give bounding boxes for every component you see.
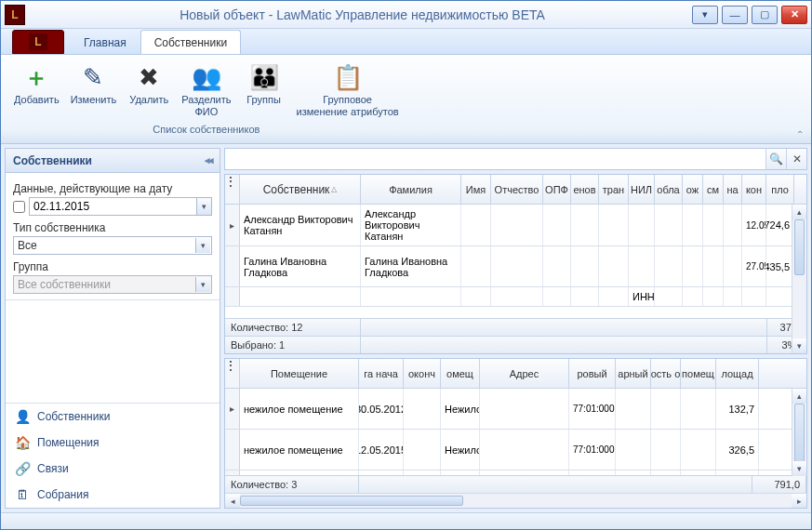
owners-grid[interactable]: ⋮ Собственник△ Фамилия Имя Отчество ОПФ … xyxy=(224,174,807,354)
selected-label: Выбрано: 1 xyxy=(225,337,361,353)
link-icon: 🔗 xyxy=(15,461,30,476)
date-enable-checkbox[interactable] xyxy=(13,201,25,213)
col-14[interactable]: пло xyxy=(766,175,794,204)
tab-owners[interactable]: Собственники xyxy=(140,30,241,54)
status-bar xyxy=(1,512,811,529)
bulk-edit-button[interactable]: 📋Групповое изменение атрибутов xyxy=(291,60,405,120)
group-label: Группа xyxy=(13,260,212,273)
table-row[interactable]: Галина Ивановна Гладкова Галина Ивановна… xyxy=(225,246,806,287)
col-8[interactable]: ость о xyxy=(651,359,681,388)
split-icon: 👥 xyxy=(192,62,221,92)
col-date-end[interactable]: оконч xyxy=(404,359,441,388)
col-premise[interactable]: Помещение xyxy=(240,359,359,388)
vertical-scrollbar[interactable]: ▴▾ xyxy=(792,389,806,476)
col-9[interactable]: помещ xyxy=(681,359,716,388)
col-cadastral[interactable]: ровый xyxy=(569,359,616,388)
col-type[interactable]: омещ xyxy=(441,359,480,388)
pencil-icon: ✎ xyxy=(78,62,108,92)
count-label: Количество: 12 xyxy=(225,319,361,336)
owner-type-label: Тип собственника xyxy=(13,221,212,234)
table-row[interactable]: ИНН xyxy=(225,287,806,307)
left-panel-title: Собственники xyxy=(13,154,92,167)
ribbon-collapse-button[interactable]: ⌃ xyxy=(796,129,804,139)
col-firstname[interactable]: Имя xyxy=(461,175,491,204)
maximize-button[interactable]: ▢ xyxy=(752,6,778,24)
vertical-scrollbar[interactable]: ▴▾ xyxy=(792,205,806,353)
ribbon-tabs: L Главная Собственники xyxy=(1,29,811,55)
col-area[interactable]: лощад xyxy=(716,359,759,388)
nav-list: 👤Собственники 🏠Помещения 🔗Связи 🗓Собрани… xyxy=(6,403,220,508)
premises-grid[interactable]: ⋮ Помещение га нача оконч омещ Адрес ров… xyxy=(224,358,807,509)
add-button[interactable]: ＋Добавить xyxy=(8,60,65,120)
nav-meetings[interactable]: 🗓Собрания xyxy=(6,482,220,508)
total-label: 791,0 xyxy=(752,476,806,493)
nav-owners[interactable]: 👤Собственники xyxy=(6,404,220,430)
search-bar: 🔍 ✕ xyxy=(224,148,807,170)
search-input[interactable] xyxy=(225,149,765,169)
col-12[interactable]: на xyxy=(724,175,742,204)
search-button[interactable]: 🔍 xyxy=(765,149,786,169)
table-row[interactable]: нежилое помещение 12.05.2015 Нежилое 77:… xyxy=(225,430,806,470)
meeting-icon: 🗓 xyxy=(15,487,30,502)
ribbon: ＋Добавить ✎Изменить ✖Удалить 👥Разделить … xyxy=(1,55,811,144)
date-input[interactable] xyxy=(29,197,212,216)
col-7[interactable]: арный xyxy=(616,359,651,388)
owner-type-combo[interactable]: Все▾ xyxy=(13,236,212,255)
chevron-down-icon: ▾ xyxy=(195,238,210,253)
close-icon: ✕ xyxy=(792,152,802,166)
row-selector-header[interactable]: ⋮ xyxy=(225,359,240,388)
delete-icon: ✖ xyxy=(134,62,164,92)
table-row[interactable]: ▸ Александр Викторович Катанян Александр… xyxy=(225,205,806,246)
col-opf[interactable]: ОПФ xyxy=(543,175,571,204)
app-menu-button[interactable]: L xyxy=(12,30,64,54)
nav-links[interactable]: 🔗Связи xyxy=(6,456,220,482)
col-lastname[interactable]: Фамилия xyxy=(361,175,461,204)
col-owner[interactable]: Собственник△ xyxy=(240,175,361,204)
horizontal-scrollbar[interactable]: ◂▸ xyxy=(225,493,806,508)
col-patronymic[interactable]: Отчество xyxy=(491,175,543,204)
window-title: Новый объект - LawMatic Управление недви… xyxy=(33,7,692,22)
left-panel-collapse-button[interactable]: ◂◂ xyxy=(205,154,212,166)
clear-search-button[interactable]: ✕ xyxy=(786,149,806,169)
delete-button[interactable]: ✖Удалить xyxy=(122,60,176,120)
groups-icon: 👪 xyxy=(249,62,279,92)
row-indicator-icon: ▸ xyxy=(225,205,240,245)
split-fio-button[interactable]: 👥Разделить ФИО xyxy=(176,60,236,120)
dropdown-window-button[interactable]: ▾ xyxy=(692,6,718,24)
tab-main[interactable]: Главная xyxy=(70,30,140,54)
group-combo[interactable]: Все собственники▾ xyxy=(13,275,212,294)
grid-footer: Количество: 3 791,0 xyxy=(225,475,806,493)
app-window: L Новый объект - LawMatic Управление нед… xyxy=(0,0,812,530)
col-8[interactable]: НИЛ xyxy=(629,175,655,204)
row-indicator-icon: ▸ xyxy=(225,389,240,429)
plus-icon: ＋ xyxy=(21,62,51,92)
grid-footer: Количество: 12 37,5 xyxy=(225,318,806,336)
grid-footer-2: Выбрано: 1 3%) xyxy=(225,336,806,353)
close-button[interactable]: ✕ xyxy=(781,6,807,24)
chevron-down-icon: ▾ xyxy=(195,277,210,292)
col-address[interactable]: Адрес xyxy=(480,359,569,388)
col-10[interactable]: ож xyxy=(683,175,703,204)
count-label: Количество: 3 xyxy=(225,476,359,493)
search-icon: 🔍 xyxy=(769,152,783,166)
date-dropdown-icon[interactable]: ▾ xyxy=(196,198,211,215)
col-11[interactable]: см xyxy=(703,175,724,204)
left-panel-header: Собственники ◂◂ xyxy=(6,149,220,173)
person-icon: 👤 xyxy=(15,409,30,424)
minimize-button[interactable]: — xyxy=(722,6,748,24)
ribbon-group-caption: Список собственников xyxy=(153,124,260,135)
app-icon: L xyxy=(5,5,25,25)
edit-button[interactable]: ✎Изменить xyxy=(65,60,123,120)
col-date-start[interactable]: га нача xyxy=(359,359,404,388)
titlebar: L Новый объект - LawMatic Управление нед… xyxy=(1,1,811,29)
groups-button[interactable]: 👪Группы xyxy=(237,60,291,120)
row-selector-header[interactable]: ⋮ xyxy=(225,175,240,204)
col-13[interactable]: кон xyxy=(742,175,766,204)
home-icon: 🏠 xyxy=(15,435,30,450)
col-7[interactable]: тран xyxy=(599,175,629,204)
nav-premises[interactable]: 🏠Помещения xyxy=(6,430,220,456)
col-9[interactable]: обла xyxy=(655,175,683,204)
table-row[interactable]: ▸ нежилое помещение 30.05.2012 Нежилое 7… xyxy=(225,389,806,430)
col-6[interactable]: енов xyxy=(571,175,599,204)
left-panel: Собственники ◂◂ Данные, действующие на д… xyxy=(5,148,220,509)
